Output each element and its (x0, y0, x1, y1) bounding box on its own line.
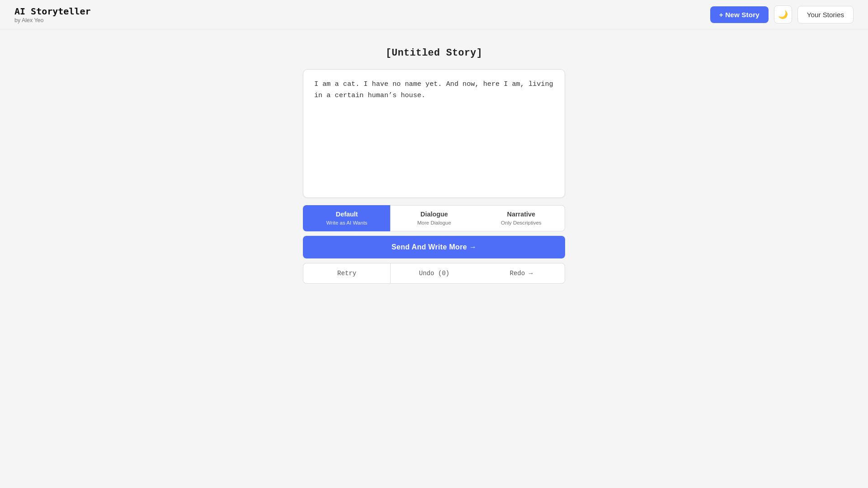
style-tab-dialogue-sub: More Dialogue (417, 220, 451, 226)
app-title: AI Storyteller (14, 6, 91, 17)
style-tab-default-label: Default (336, 210, 358, 219)
main-content: [Untitled Story] Default Write as AI Wan… (0, 29, 868, 302)
style-tab-default[interactable]: Default Write as AI Wants (303, 205, 390, 231)
style-tabs: Default Write as AI Wants Dialogue More … (303, 205, 565, 231)
new-story-button[interactable]: + New Story (710, 6, 769, 23)
dark-mode-button[interactable]: 🌙 (774, 5, 792, 23)
style-tab-narrative-sub: Only Descriptives (501, 220, 542, 226)
app-branding: AI Storyteller by Alex Yeo (14, 6, 91, 23)
send-write-button[interactable]: Send And Write More → (303, 236, 565, 258)
style-tab-narrative[interactable]: Narrative Only Descriptives (478, 205, 565, 231)
style-tab-default-sub: Write as AI Wants (326, 220, 368, 226)
header-actions: + New Story 🌙 Your Stories (710, 5, 854, 23)
retry-button[interactable]: Retry (303, 263, 390, 284)
story-editor[interactable] (303, 69, 565, 198)
redo-button[interactable]: Redo → (478, 263, 565, 284)
style-tab-narrative-label: Narrative (507, 210, 535, 219)
moon-icon: 🌙 (778, 10, 788, 19)
undo-button[interactable]: Undo (0) (390, 263, 477, 284)
header: AI Storyteller by Alex Yeo + New Story 🌙… (0, 0, 868, 29)
action-row: Retry Undo (0) Redo → (303, 263, 565, 284)
story-title: [Untitled Story] (386, 47, 482, 58)
app-subtitle: by Alex Yeo (14, 17, 91, 23)
your-stories-button[interactable]: Your Stories (797, 6, 854, 23)
style-tab-dialogue[interactable]: Dialogue More Dialogue (390, 205, 477, 231)
style-tab-dialogue-label: Dialogue (420, 210, 448, 219)
